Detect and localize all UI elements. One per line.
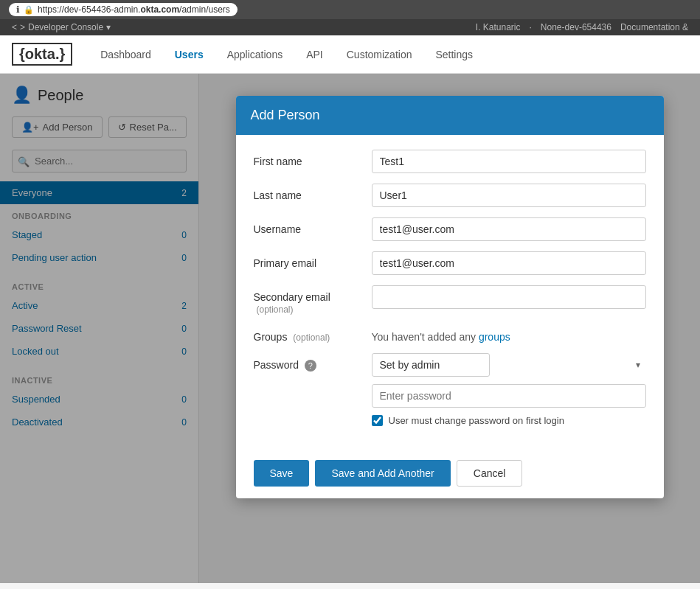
cancel-button[interactable]: Cancel (457, 460, 523, 487)
password-label: Password ? (254, 353, 372, 372)
checkbox-row: User must change password on first login (372, 415, 646, 426)
groups-row: Groups (optional) You haven't added any … (254, 325, 646, 343)
main-nav: Dashboard Users Applications API Customi… (90, 43, 483, 66)
nav-dashboard[interactable]: Dashboard (90, 43, 162, 66)
password-select-wrap: Set by admin Set by user ▾ (372, 353, 646, 377)
password-input[interactable] (372, 384, 646, 408)
groups-link[interactable]: groups (479, 331, 510, 343)
nav-applications[interactable]: Applications (217, 43, 294, 66)
primary-email-row: Primary email (254, 251, 646, 275)
tenant-name: None-dev-654436 (541, 22, 611, 32)
nav-settings[interactable]: Settings (425, 43, 483, 66)
info-icon: ℹ (16, 4, 20, 15)
password-help-icon[interactable]: ? (305, 360, 316, 372)
secondary-email-input[interactable] (372, 285, 646, 309)
doc-link[interactable]: Documentation & (620, 22, 688, 32)
modal-footer: Save Save and Add Another Cancel (236, 451, 664, 498)
primary-email-input[interactable] (372, 251, 646, 275)
nav-users[interactable]: Users (164, 43, 214, 66)
username-label: Username (254, 217, 372, 235)
url-text: https://dev-654436-admin.okta.com/admin/… (38, 4, 230, 15)
user-name: I. Katunaric (476, 22, 521, 32)
add-person-modal: Add Person First name Last name (236, 96, 664, 498)
lock-icon: 🔒 (24, 5, 34, 15)
main-content: 👤 People 👤+ Add Person ↺ Reset Pa... 🔍 E… (0, 74, 700, 583)
browser-bar: ℹ 🔒 https://dev-654436-admin.okta.com/ad… (0, 0, 700, 19)
must-change-password-label: User must change password on first login (389, 415, 564, 426)
password-type-select[interactable]: Set by admin Set by user (372, 353, 490, 377)
nav-customization[interactable]: Customization (336, 43, 423, 66)
chevron-right-icon: > (20, 22, 25, 32)
secondary-email-label: Secondary email (optional) (254, 285, 372, 315)
first-name-row: First name (254, 150, 646, 173)
modal-title: Add Person (251, 108, 320, 122)
first-name-input[interactable] (372, 150, 646, 173)
groups-wrap: You haven't added any groups (372, 325, 646, 343)
secondary-email-row: Secondary email (optional) (254, 285, 646, 315)
first-name-label: First name (254, 150, 372, 167)
okta-logo: {okta.} (12, 43, 72, 66)
admin-bar-right: I. Katunaric · None-dev-654436 Documenta… (476, 22, 688, 32)
save-and-add-button[interactable]: Save and Add Another (315, 460, 450, 487)
url-bar[interactable]: ℹ 🔒 https://dev-654436-admin.okta.com/ad… (9, 3, 238, 16)
must-change-password-checkbox[interactable] (372, 415, 383, 426)
username-input[interactable] (372, 217, 646, 241)
modal-container: Add Person First name Last name (199, 88, 700, 506)
last-name-input[interactable] (372, 184, 646, 207)
developer-console-label[interactable]: Developer Console (28, 22, 103, 32)
modal-body: First name Last name Username (236, 135, 664, 451)
last-name-label: Last name (254, 184, 372, 201)
first-name-wrap (372, 150, 646, 173)
username-wrap (372, 217, 646, 241)
chevron-down-icon: ▾ (636, 360, 640, 370)
dropdown-icon: ▾ (106, 22, 111, 32)
modal-header: Add Person (236, 96, 664, 135)
username-row: Username (254, 217, 646, 241)
nav-api[interactable]: API (296, 43, 333, 66)
primary-email-wrap (372, 251, 646, 275)
separator: · (530, 22, 532, 32)
nav-bar: {okta.} Dashboard Users Applications API… (0, 35, 700, 74)
save-button[interactable]: Save (254, 460, 310, 487)
groups-text: You haven't added any groups (372, 325, 646, 343)
password-row: Password ? Set by admin Set by user ▾ (254, 353, 646, 426)
secondary-email-wrap (372, 285, 646, 309)
password-wrap: Set by admin Set by user ▾ User must cha… (372, 353, 646, 426)
admin-bar: < > Developer Console ▾ I. Katunaric · N… (0, 19, 700, 35)
last-name-wrap (372, 184, 646, 207)
chevron-left-icon: < (12, 22, 17, 32)
admin-bar-left: < > Developer Console ▾ (12, 22, 111, 32)
primary-email-label: Primary email (254, 251, 372, 269)
last-name-row: Last name (254, 184, 646, 207)
groups-label: Groups (optional) (254, 325, 372, 343)
